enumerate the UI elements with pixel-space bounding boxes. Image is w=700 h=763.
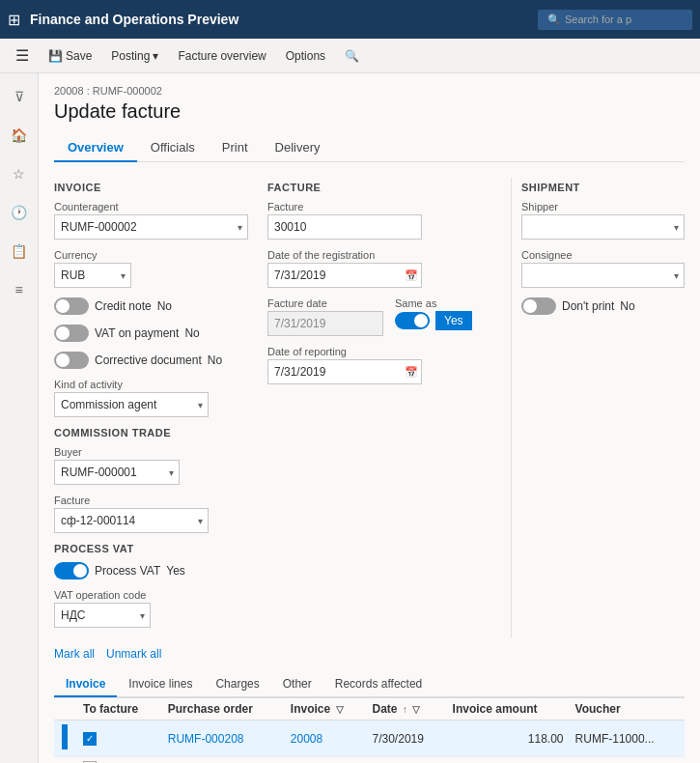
credit-note-label: Credit note bbox=[95, 299, 152, 313]
date-reporting-label: Date of reporting bbox=[267, 346, 491, 357]
process-vat-toggle[interactable] bbox=[54, 562, 89, 579]
invoice-link[interactable]: 20008 bbox=[291, 732, 322, 746]
tab-officials[interactable]: Officials bbox=[137, 134, 209, 162]
save-button[interactable]: 💾 Save bbox=[41, 45, 99, 67]
mark-all-link[interactable]: Mark all bbox=[54, 647, 95, 661]
row-to-facture[interactable]: ✓ bbox=[77, 721, 162, 757]
tab-delivery[interactable]: Delivery bbox=[262, 134, 334, 162]
facture-date-input[interactable] bbox=[267, 311, 383, 336]
grid-icon[interactable]: ⊞ bbox=[8, 11, 20, 29]
bottom-tab-other[interactable]: Other bbox=[271, 672, 323, 697]
vat-on-payment-label: VAT on payment bbox=[95, 326, 179, 340]
mark-all-row: Mark all Unmark all bbox=[54, 647, 685, 661]
shipper-wrapper bbox=[521, 214, 685, 240]
row-to-facture[interactable] bbox=[77, 757, 162, 764]
top-nav: ⊞ Finance and Operations Preview 🔍 Searc… bbox=[0, 0, 700, 39]
dont-print-group: Don't print No bbox=[521, 297, 685, 315]
col-header-date: Date ↑ ▽ bbox=[367, 698, 447, 721]
date-sort-icon[interactable]: ↑ bbox=[403, 704, 407, 715]
row-select-checkbox[interactable] bbox=[54, 757, 77, 764]
credit-note-toggle[interactable] bbox=[54, 297, 89, 315]
invoice-filter-icon[interactable]: ▽ bbox=[336, 704, 344, 715]
counteragent-label: Counteragent bbox=[54, 201, 248, 212]
credit-note-value: No bbox=[157, 299, 172, 313]
invoice-col: INVOICE Counteragent RUMF-000002 Currenc… bbox=[54, 178, 267, 637]
col-header-invoice: Invoice ▽ bbox=[285, 698, 367, 721]
shipment-col: SHIPMENT Shipper Consignee bbox=[511, 178, 685, 637]
posting-chevron: ▾ bbox=[153, 49, 158, 63]
tab-print[interactable]: Print bbox=[209, 134, 262, 162]
sidebar-icon-filter[interactable]: ⊽ bbox=[4, 81, 35, 112]
sidebar-icon-clock[interactable]: 🕐 bbox=[4, 197, 35, 228]
corrective-doc-group: Corrective document No bbox=[54, 352, 248, 369]
shipper-field: Shipper bbox=[521, 201, 685, 240]
process-vat-group: Process VAT Yes bbox=[54, 562, 248, 579]
bottom-tab-records-affected[interactable]: Records affected bbox=[323, 672, 434, 697]
bottom-tab-invoice-lines[interactable]: Invoice lines bbox=[117, 672, 204, 697]
consignee-select[interactable] bbox=[521, 263, 685, 288]
to-facture-checkbox[interactable]: ✓ bbox=[83, 732, 97, 746]
counteragent-select-wrapper: RUMF-000002 bbox=[54, 214, 248, 240]
sidebar-icon-home[interactable]: 🏠 bbox=[4, 120, 35, 151]
save-icon: 💾 bbox=[48, 49, 63, 63]
counteragent-field: Counteragent RUMF-000002 bbox=[54, 201, 248, 240]
vat-on-payment-group: VAT on payment No bbox=[54, 325, 248, 342]
col-header-voucher: Voucher bbox=[570, 698, 685, 721]
bottom-tab-bar: Invoice Invoice lines Charges Other Reco… bbox=[54, 672, 685, 697]
bottom-tab-charges[interactable]: Charges bbox=[204, 672, 270, 697]
commission-facture-label: Facture bbox=[54, 495, 248, 506]
corrective-doc-toggle[interactable] bbox=[54, 352, 89, 369]
dont-print-value: No bbox=[620, 299, 634, 313]
sidebar-icon-doc[interactable]: 📋 bbox=[4, 236, 35, 267]
row-select-checkbox[interactable] bbox=[54, 721, 77, 757]
row-invoice-amount: 118.00 bbox=[447, 757, 570, 764]
purchase-order-link[interactable]: RUMF-000208 bbox=[168, 732, 244, 746]
shipper-select[interactable] bbox=[521, 214, 685, 240]
search-box[interactable]: 🔍 Search for a p bbox=[538, 10, 692, 30]
col-header-invoice-amount: Invoice amount bbox=[447, 698, 570, 721]
dont-print-label: Don't print bbox=[562, 299, 614, 313]
date-filter-icon[interactable]: ▽ bbox=[412, 704, 420, 715]
buyer-field: Buyer RUMF-000001 bbox=[54, 446, 248, 485]
facture-overview-button[interactable]: Facture overview bbox=[170, 45, 273, 67]
unmark-all-link[interactable]: Unmark all bbox=[106, 647, 161, 661]
date-reg-field: Date of the registration bbox=[267, 249, 491, 288]
invoice-table: To facture Purchase order Invoice ▽ Date… bbox=[54, 697, 685, 763]
date-reporting-input[interactable] bbox=[267, 359, 422, 384]
col-header-checkbox bbox=[54, 698, 77, 721]
page-title: Update facture bbox=[54, 100, 685, 123]
options-button[interactable]: Options bbox=[278, 45, 333, 67]
commission-facture-wrapper: сф-12-000114 bbox=[54, 508, 209, 533]
kind-of-activity-select[interactable]: Commission agent Other bbox=[54, 392, 209, 417]
vat-operation-code-select[interactable]: НДС bbox=[54, 603, 151, 628]
row-date: 7/30/2019 bbox=[367, 757, 447, 764]
consignee-label: Consignee bbox=[521, 249, 685, 261]
sidebar-icon-star[interactable]: ☆ bbox=[4, 158, 35, 189]
posting-button[interactable]: Posting ▾ bbox=[103, 45, 166, 67]
sidebar-icon-list[interactable]: ≡ bbox=[4, 274, 35, 305]
buyer-select[interactable]: RUMF-000001 bbox=[54, 460, 180, 485]
main-content: 20008 : RUMF-000002 Update facture Overv… bbox=[39, 73, 700, 763]
facture-header: FACTURE bbox=[267, 182, 491, 193]
facture-date-label: Facture date bbox=[267, 297, 383, 309]
facture-number-input[interactable] bbox=[267, 214, 422, 240]
bottom-tab-invoice[interactable]: Invoice bbox=[54, 672, 117, 697]
search-placeholder: Search for a p bbox=[565, 14, 631, 25]
buyer-wrapper: RUMF-000001 bbox=[54, 460, 180, 485]
search-toolbar-button[interactable]: 🔍 bbox=[337, 45, 367, 67]
hamburger-button[interactable]: ☰ bbox=[8, 42, 37, 69]
vat-on-payment-toggle[interactable] bbox=[54, 325, 89, 342]
currency-select[interactable]: RUB bbox=[54, 263, 131, 288]
table-row: ✓ RUMF-000208 20008 7/30/2019 118.00 RUM… bbox=[54, 721, 685, 757]
date-reporting-field: Date of reporting bbox=[267, 346, 491, 384]
commission-facture-select[interactable]: сф-12-000114 bbox=[54, 508, 209, 533]
process-vat-track bbox=[54, 562, 89, 579]
corrective-doc-thumb bbox=[56, 353, 70, 367]
vat-on-payment-value: No bbox=[184, 326, 199, 340]
dont-print-toggle[interactable] bbox=[521, 297, 556, 315]
counteragent-select[interactable]: RUMF-000002 bbox=[54, 214, 248, 240]
date-reg-input[interactable] bbox=[267, 263, 422, 288]
col-header-purchase-order: Purchase order bbox=[162, 698, 285, 721]
same-as-toggle[interactable] bbox=[395, 312, 430, 329]
tab-overview[interactable]: Overview bbox=[54, 134, 137, 162]
